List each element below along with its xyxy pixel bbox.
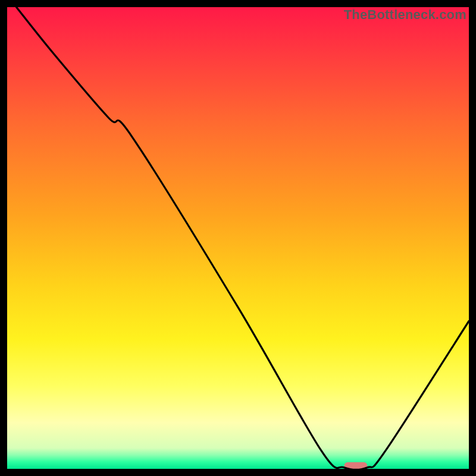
bottleneck-chart <box>7 7 469 469</box>
plot-background <box>7 7 469 469</box>
watermark-text: TheBottleneck.com <box>344 7 466 23</box>
chart-frame: TheBottleneck.com <box>7 7 469 469</box>
